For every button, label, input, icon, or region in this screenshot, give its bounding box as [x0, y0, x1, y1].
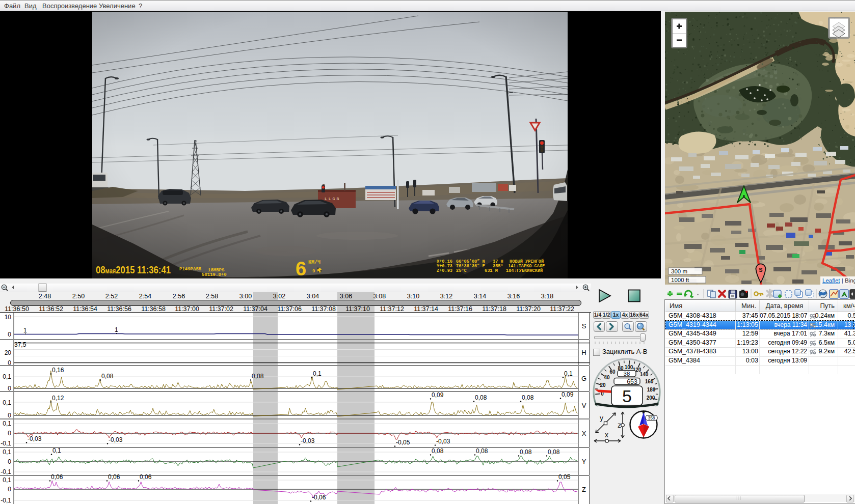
svg-text:184↓ГУБКИНСКИЙ: 184↓ГУБКИНСКИЙ — [506, 268, 543, 273]
svg-text:100: 100 — [625, 365, 633, 370]
svg-text:1000 ft: 1000 ft — [671, 277, 689, 283]
svg-text:-0,03: -0,03 — [109, 436, 123, 443]
svg-text:-0,06: -0,06 — [312, 494, 326, 501]
svg-text:0: 0 — [8, 331, 11, 338]
svg-text:0,06: 0,06 — [51, 473, 63, 481]
svg-text:0: 0 — [8, 458, 11, 465]
svg-text:-0,03: -0,03 — [301, 437, 315, 444]
svg-text:358: 358 — [648, 415, 655, 421]
svg-text:6: 6 — [296, 258, 306, 278]
svg-text:0,08: 0,08 — [101, 373, 114, 380]
svg-text:0: 0 — [8, 385, 11, 392]
svg-text:z: z — [618, 421, 621, 429]
svg-text:-0,03: -0,03 — [28, 435, 42, 442]
svg-text:-0,1: -0,1 — [1, 440, 11, 447]
svg-text:0,09: 0,09 — [562, 391, 574, 398]
svg-text:631 M: 631 M — [485, 268, 498, 273]
svg-text:0,1: 0,1 — [313, 370, 322, 377]
svg-text:140: 140 — [640, 372, 649, 377]
svg-text:0,1: 0,1 — [3, 399, 11, 406]
svg-text:0,09: 0,09 — [432, 391, 444, 399]
svg-text:1: 1 — [115, 326, 118, 333]
svg-text:1: 1 — [23, 327, 27, 334]
svg-text:0,08: 0,08 — [252, 373, 264, 380]
svg-text:0,16: 0,16 — [52, 367, 64, 374]
svg-text:0,08: 0,08 — [475, 394, 487, 401]
svg-text:0,08: 0,08 — [432, 447, 444, 455]
svg-text:0: 0 — [8, 359, 11, 367]
svg-text:0,1: 0,1 — [564, 370, 573, 377]
svg-text:160: 160 — [645, 379, 654, 384]
svg-text:38: 38 — [624, 371, 630, 377]
svg-text:V: V — [582, 402, 586, 409]
svg-text:0,08: 0,08 — [476, 447, 488, 455]
svg-text:Р149РА55: Р149РА55 — [179, 267, 201, 272]
svg-text:300 m: 300 m — [671, 268, 687, 274]
svg-text:Leaflet | Bing: Leaflet | Bing — [822, 277, 855, 284]
svg-text:200: 200 — [647, 395, 655, 401]
svg-text:9: 9 — [312, 269, 315, 274]
svg-text:5: 5 — [622, 386, 632, 406]
svg-text:x: x — [605, 431, 608, 439]
svg-text:-0,05: -0,05 — [396, 439, 410, 446]
svg-text:-0,1: -0,1 — [1, 497, 11, 504]
svg-text:-0,1: -0,1 — [1, 468, 11, 475]
svg-text:60: 60 — [609, 369, 616, 375]
svg-text:0: 0 — [8, 430, 11, 437]
svg-text:10: 10 — [5, 314, 12, 321]
svg-text:0,1: 0,1 — [3, 420, 11, 427]
svg-text:0,1: 0,1 — [52, 447, 61, 454]
svg-text:0,08: 0,08 — [548, 449, 560, 456]
svg-text:20: 20 — [5, 349, 12, 356]
svg-text:0,08: 0,08 — [520, 449, 532, 456]
svg-text:H: H — [581, 349, 586, 356]
svg-text:Z: Z — [582, 486, 586, 493]
svg-text:653: 653 — [627, 378, 637, 385]
svg-text:0,06: 0,06 — [140, 473, 152, 481]
svg-text:X: X — [582, 430, 586, 437]
svg-text:КМ/Ч: КМ/Ч — [308, 260, 320, 265]
svg-text:Z+0.93: Z+0.93 — [437, 268, 452, 273]
svg-text:180: 180 — [647, 387, 656, 393]
svg-text:S: S — [582, 322, 586, 330]
svg-text:0,06: 0,06 — [108, 473, 120, 481]
svg-text:0,08: 0,08 — [522, 394, 534, 401]
svg-text:S: S — [759, 267, 762, 273]
svg-text:0,12: 0,12 — [52, 395, 64, 402]
svg-text:y: y — [600, 414, 603, 422]
svg-text:20: 20 — [600, 382, 606, 388]
svg-text:0,05: 0,05 — [558, 473, 571, 481]
svg-text:50119.D+0: 50119.D+0 — [202, 272, 227, 277]
svg-text:0: 0 — [8, 486, 11, 493]
svg-text:Y: Y — [582, 458, 586, 465]
svg-text:-0,03: -0,03 — [436, 438, 450, 445]
svg-text:G: G — [581, 375, 586, 382]
svg-text:0: 0 — [8, 412, 11, 419]
svg-text:0,1: 0,1 — [3, 373, 11, 380]
svg-text:25°C: 25°C — [456, 268, 467, 273]
svg-text:0,1: 0,1 — [3, 449, 11, 456]
svg-text:0,1: 0,1 — [3, 477, 11, 484]
svg-text:40: 40 — [604, 375, 610, 380]
